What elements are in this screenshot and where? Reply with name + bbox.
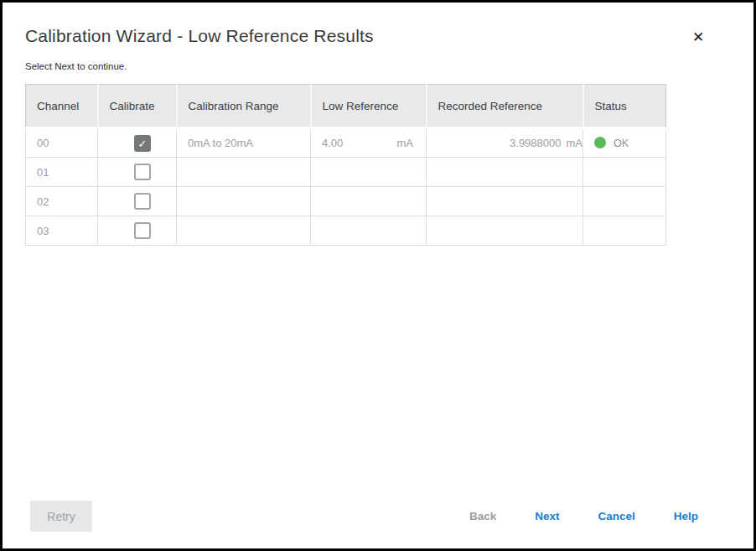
- results-table-container: Channel Calibrate Calibration Range Low …: [25, 84, 666, 246]
- channel-cell: 00: [26, 128, 98, 158]
- low-reference-cell: 4.00 mA: [311, 128, 427, 158]
- table-row-channel-00: 00 ✓ 0mA to 20mA 4.00 mA 3.9988000mA: [26, 128, 666, 158]
- status-cell: OK: [583, 128, 666, 158]
- calibration-range-cell: [177, 187, 311, 216]
- status-cell: [583, 187, 666, 216]
- column-header-channel: Channel: [26, 85, 98, 128]
- recorded-reference-value: 3.9988000: [510, 137, 561, 149]
- column-header-status: Status: [583, 85, 666, 128]
- column-header-low-reference: Low Reference: [311, 85, 427, 128]
- column-header-recorded-reference: Recorded Reference: [427, 85, 583, 128]
- channel-cell: 01: [26, 158, 98, 187]
- calibrate-checkbox-01[interactable]: ✓: [134, 164, 151, 180]
- dialog-title: Calibration Wizard - Low Reference Resul…: [25, 26, 374, 46]
- calibrate-checkbox-02[interactable]: ✓: [134, 193, 151, 210]
- recorded-reference-cell: [427, 158, 583, 187]
- recorded-reference-cell: 3.9988000mA: [427, 128, 583, 158]
- recorded-reference-cell: [427, 216, 583, 246]
- dialog-subtitle: Select Next to continue.: [25, 61, 127, 71]
- table-row-channel-02: 02 ✓: [26, 187, 666, 216]
- table-header-row: Channel Calibrate Calibration Range Low …: [26, 85, 666, 128]
- status-label: OK: [614, 138, 629, 149]
- retry-button[interactable]: Retry: [30, 501, 92, 532]
- low-reference-cell: [311, 187, 427, 216]
- status-cell: [583, 216, 666, 246]
- back-button[interactable]: Back: [469, 510, 496, 522]
- results-table: Channel Calibrate Calibration Range Low …: [25, 84, 666, 246]
- channel-cell: 03: [26, 216, 98, 246]
- next-button[interactable]: Next: [535, 510, 559, 522]
- column-header-calibrate: Calibrate: [98, 85, 177, 128]
- calibration-range-cell: [177, 216, 311, 246]
- channel-cell: 02: [26, 187, 98, 216]
- calibrate-checkbox-00[interactable]: ✓: [134, 135, 151, 152]
- footer-actions: Back Next Cancel Help: [431, 501, 698, 532]
- cancel-button[interactable]: Cancel: [598, 510, 634, 522]
- low-reference-cell: [311, 216, 427, 246]
- calibration-range-cell: [177, 158, 311, 187]
- column-header-calibration-range: Calibration Range: [177, 85, 311, 128]
- low-reference-unit: mA: [397, 137, 414, 149]
- status-cell: [583, 158, 666, 187]
- recorded-reference-cell: [427, 187, 583, 216]
- low-reference-value: 4.00: [322, 137, 343, 149]
- calibration-range-cell: 0mA to 20mA: [177, 128, 311, 158]
- table-row-channel-03: 03 ✓: [26, 216, 666, 246]
- help-button[interactable]: Help: [674, 510, 698, 522]
- calibrate-checkbox-03[interactable]: ✓: [134, 222, 151, 239]
- calibration-wizard-dialog: Calibration Wizard - Low Reference Resul…: [0, 0, 756, 551]
- recorded-reference-unit: mA: [567, 137, 583, 149]
- table-row-channel-01: 01 ✓: [26, 158, 666, 187]
- close-icon[interactable]: ✕: [686, 27, 710, 49]
- status-ok-icon: [594, 137, 606, 148]
- low-reference-cell: [311, 158, 427, 187]
- check-icon: ✓: [136, 137, 149, 151]
